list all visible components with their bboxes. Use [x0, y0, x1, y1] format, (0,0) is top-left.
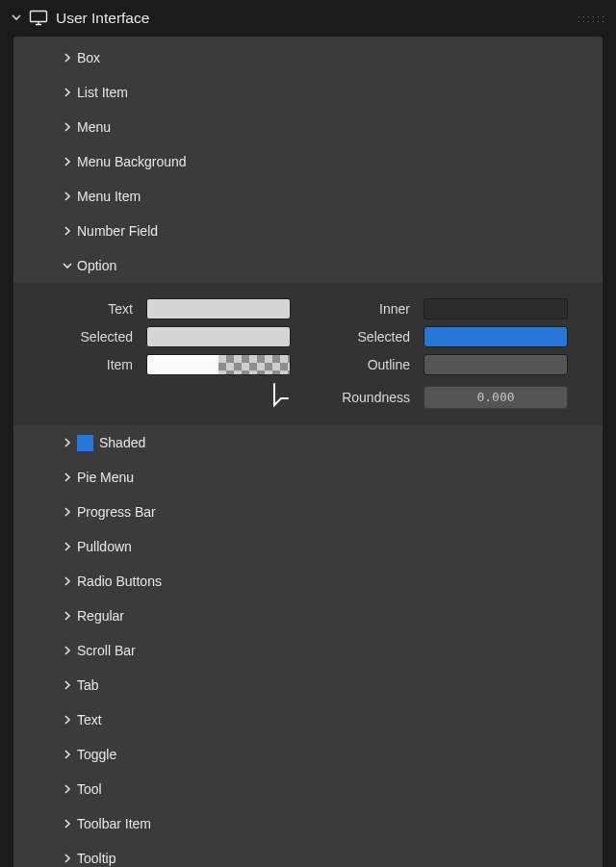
- outline-color-field[interactable]: [424, 354, 568, 375]
- tree-item-progress-bar[interactable]: Progress Bar: [13, 495, 603, 529]
- tree-item-shaded[interactable]: Shaded: [13, 425, 603, 460]
- chevron-right-icon[interactable]: [60, 610, 75, 622]
- chevron-right-icon[interactable]: [60, 191, 75, 202]
- chevron-right-icon[interactable]: [60, 156, 75, 167]
- chevron-right-icon[interactable]: [60, 645, 75, 656]
- tree-item-label: Scroll Bar: [77, 643, 136, 658]
- chevron-right-icon[interactable]: [60, 87, 75, 98]
- text-color-label: Text: [48, 301, 133, 317]
- chevron-right-icon[interactable]: [60, 575, 75, 587]
- chevron-down-icon[interactable]: [60, 260, 75, 271]
- chevron-right-icon[interactable]: [60, 679, 75, 691]
- selected-inner-color-label: Selected: [331, 329, 410, 344]
- chevron-down-icon[interactable]: [10, 11, 23, 27]
- tree-item-label: Tab: [77, 677, 99, 693]
- tree-item-menu-background[interactable]: Menu Background: [13, 144, 603, 179]
- chevron-right-icon[interactable]: [60, 749, 75, 760]
- tree-item-label: Pie Menu: [77, 470, 134, 485]
- tree-item-label: Tooltip: [77, 851, 116, 866]
- chevron-right-icon[interactable]: [60, 472, 75, 483]
- tree-item-label: Menu Item: [77, 189, 141, 204]
- roundness-label: Roundness: [331, 390, 410, 405]
- tree-item-menu-item[interactable]: Menu Item: [13, 179, 603, 214]
- tree-item-label: Text: [77, 712, 102, 727]
- selected-text-color-label: Selected: [48, 329, 133, 344]
- tree-item-box[interactable]: Box: [13, 40, 603, 75]
- tree-item-label: Toggle: [77, 747, 116, 762]
- chevron-right-icon[interactable]: [60, 506, 75, 518]
- tree-item-label: Shaded: [99, 435, 145, 450]
- chevron-right-icon[interactable]: [60, 818, 75, 829]
- tree-item-label: Pulldown: [77, 539, 132, 554]
- drag-grip-icon[interactable]: ::::::: [578, 13, 606, 24]
- chevron-right-icon[interactable]: [60, 541, 75, 552]
- inner-color-label: Inner: [331, 301, 410, 317]
- tree-item-label: Menu Background: [77, 154, 187, 169]
- tree-item-pulldown[interactable]: Pulldown: [13, 529, 603, 564]
- option-properties-panel: Text Inner Selected Selected Item Outlin…: [13, 283, 603, 425]
- text-color-field[interactable]: [146, 298, 291, 319]
- cursor-icon: [271, 382, 291, 412]
- inner-color-field[interactable]: [424, 298, 568, 319]
- tree-item-menu[interactable]: Menu: [13, 110, 603, 144]
- chevron-right-icon[interactable]: [60, 783, 75, 795]
- tree-item-tooltip[interactable]: Tooltip: [13, 841, 603, 867]
- tree-item-label: Number Field: [77, 223, 158, 239]
- tree-item-text[interactable]: Text: [13, 702, 603, 737]
- chevron-right-icon[interactable]: [60, 437, 75, 448]
- selected-inner-color-field[interactable]: [424, 326, 568, 347]
- tree-item-label: Toolbar Item: [77, 816, 151, 831]
- selected-text-color-field[interactable]: [146, 326, 291, 347]
- outline-color-label: Outline: [331, 357, 410, 372]
- chevron-right-icon[interactable]: [60, 714, 75, 726]
- tree-item-label: Radio Buttons: [77, 574, 162, 589]
- tree-item-label: Option: [77, 258, 116, 273]
- panel-title: User Interface: [56, 10, 149, 27]
- tree-item-regular[interactable]: Regular: [13, 599, 603, 633]
- chevron-right-icon[interactable]: [60, 121, 75, 133]
- monitor-icon: [29, 10, 48, 27]
- tree-item-label: Menu: [77, 119, 111, 135]
- item-color-field[interactable]: [146, 354, 291, 375]
- tree-item-pie-menu[interactable]: Pie Menu: [13, 460, 603, 495]
- tree-item-scroll-bar[interactable]: Scroll Bar: [13, 633, 603, 668]
- tree-item-tool[interactable]: Tool: [13, 772, 603, 806]
- chevron-right-icon[interactable]: [60, 225, 75, 237]
- tree-item-tab[interactable]: Tab: [13, 668, 603, 702]
- roundness-field[interactable]: 0.000: [424, 386, 568, 409]
- svg-rect-0: [31, 12, 47, 22]
- tree-item-label: Progress Bar: [77, 504, 156, 520]
- tree-item-toolbar-item[interactable]: Toolbar Item: [13, 806, 603, 841]
- chevron-right-icon[interactable]: [60, 52, 75, 64]
- tree-item-label: Tool: [77, 781, 102, 797]
- tree-item-radio-buttons[interactable]: Radio Buttons: [13, 564, 603, 599]
- shaded-swatch[interactable]: [77, 435, 93, 451]
- tree-item-label: List Item: [77, 85, 128, 100]
- roundness-value: 0.000: [476, 390, 514, 404]
- tree-item-number-field[interactable]: Number Field: [13, 214, 603, 248]
- widget-tree: Box List Item Menu Menu Background Menu …: [13, 37, 603, 867]
- panel-header[interactable]: User Interface ::::::: [0, 0, 616, 37]
- tree-item-label: Regular: [77, 608, 124, 624]
- chevron-right-icon[interactable]: [60, 853, 75, 864]
- tree-item-label: Box: [77, 50, 100, 65]
- tree-item-list-item[interactable]: List Item: [13, 75, 603, 110]
- item-color-label: Item: [48, 357, 133, 372]
- tree-item-option[interactable]: Option: [13, 248, 603, 283]
- tree-item-toggle[interactable]: Toggle: [13, 737, 603, 772]
